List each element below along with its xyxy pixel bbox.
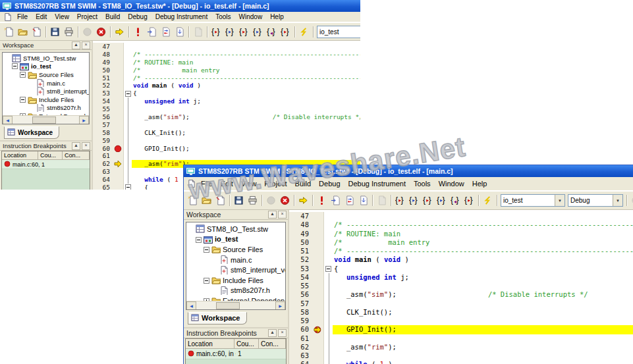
tree-item-stm8s207r-h[interactable]: stm8s207r.h <box>188 286 285 296</box>
gutter-marker[interactable] <box>312 221 324 229</box>
code-line[interactable]: 48/* -----------------------------------… <box>93 51 360 59</box>
code-line[interactable]: 63 <box>289 351 633 360</box>
code-text[interactable]: /* ROUTINE: main <box>333 230 633 238</box>
gutter-marker[interactable] <box>113 82 124 90</box>
code-text[interactable]: unsigned int j; <box>333 273 633 282</box>
gutter-marker[interactable] <box>113 129 124 137</box>
chip-reset-icon[interactable] <box>481 194 495 207</box>
close-document-icon[interactable] <box>30 25 43 38</box>
code-text[interactable] <box>132 121 360 129</box>
code-text[interactable]: void main ( void ) <box>333 255 633 264</box>
menu-edit[interactable]: Edit <box>217 180 237 188</box>
breakpoint-current-icon[interactable] <box>312 325 324 334</box>
code-text[interactable]: GPIO_Init(); <box>333 325 633 334</box>
gutter-marker[interactable] <box>113 152 124 160</box>
gutter-marker[interactable] <box>113 137 124 145</box>
debug-stop-icon[interactable] <box>94 25 108 38</box>
fold-collapse-icon[interactable] <box>324 265 333 273</box>
build-icon[interactable] <box>315 194 329 207</box>
current-statement-icon[interactable] <box>113 160 124 168</box>
code-line[interactable]: 50/* main entry <box>93 66 360 74</box>
title-bar[interactable]: STM8S207RB STM SWIM - STM8_IO_Test.stw* … <box>0 0 360 12</box>
code-line[interactable]: 57 <box>93 121 360 129</box>
gutter-marker[interactable] <box>312 299 324 308</box>
horizontal-scrollbar[interactable]: ◀ ▶ <box>3 115 89 124</box>
print-icon[interactable] <box>246 194 260 207</box>
column-header-condition[interactable]: Con... <box>63 151 90 160</box>
code-line[interactable]: 48/* -----------------------------------… <box>289 221 633 229</box>
gutter-marker[interactable] <box>113 121 124 129</box>
new-file-icon[interactable] <box>2 25 16 38</box>
gutter-marker[interactable] <box>312 343 324 351</box>
chevron-down-icon[interactable]: ▼ <box>555 195 564 206</box>
scroll-left-icon[interactable]: ◀ <box>3 116 13 124</box>
open-file-icon[interactable] <box>200 194 213 207</box>
tree-item-stm8-interrupt-ve[interactable]: stm8_interrupt_ve <box>188 265 285 275</box>
open-file-icon[interactable] <box>16 25 30 38</box>
title-bar[interactable]: STM8S207RB STM SWIM - STM8_IO_Test.stw* … <box>184 165 633 177</box>
collapse-icon[interactable] <box>20 72 26 78</box>
code-text[interactable]: while ( 1 ) <box>333 360 633 364</box>
compile-icon[interactable] <box>145 25 159 38</box>
code-text[interactable] <box>333 282 633 290</box>
ide-window-front[interactable]: STM8S207RB STM SWIM - STM8_IO_Test.stw* … <box>183 165 633 364</box>
panel-close-button[interactable]: × <box>82 41 90 49</box>
continue-icon[interactable] <box>113 25 126 38</box>
column-header-count[interactable]: Cou... <box>234 339 259 349</box>
code-text[interactable] <box>132 137 360 145</box>
step-over-icon[interactable]: {} <box>223 25 237 38</box>
project-combo[interactable]: io_test▼ <box>317 26 360 38</box>
gutter-marker[interactable] <box>113 90 124 97</box>
gutter-marker[interactable] <box>113 184 124 190</box>
code-text[interactable] <box>333 317 633 325</box>
menu-debug-instrument[interactable]: Debug Instrument <box>151 13 212 20</box>
code-text[interactable] <box>333 212 633 221</box>
code-text[interactable] <box>132 43 360 51</box>
menu-build[interactable]: Build <box>291 180 315 188</box>
tree-item-stm8-interrupt-ve[interactable]: stm8_interrupt_ve <box>4 87 89 95</box>
step-into-asm-icon[interactable]: {} <box>421 194 435 207</box>
gutter-marker[interactable] <box>113 74 124 82</box>
tree-item-stm8-io-test-stw[interactable]: STM8_IO_Test.stw <box>4 54 89 63</box>
horizontal-scrollbar[interactable]: ◀ ▶ <box>186 301 285 309</box>
code-line[interactable]: 57 <box>289 299 633 308</box>
gutter-marker[interactable] <box>113 43 124 51</box>
rebuild-all-icon[interactable] <box>159 25 173 38</box>
code-text[interactable] <box>132 105 360 113</box>
gutter-marker[interactable] <box>113 51 124 59</box>
save-icon[interactable] <box>48 25 62 38</box>
column-header-condition[interactable]: Con... <box>259 339 286 349</box>
menu-debug[interactable]: Debug <box>315 180 344 188</box>
code-text[interactable]: /* main entry <box>132 66 360 74</box>
menu-tools[interactable]: Tools <box>410 180 435 188</box>
menu-build[interactable]: Build <box>101 13 124 20</box>
collapse-icon[interactable] <box>12 63 18 69</box>
step-over-asm-icon[interactable]: {} <box>251 25 265 38</box>
code-text[interactable]: /* -------------------------------------… <box>333 247 633 255</box>
code-text[interactable]: CLK_Init(); <box>132 129 360 137</box>
code-line[interactable]: 60 GPIO_Init(); <box>93 145 360 153</box>
code-line[interactable]: 61 <box>93 152 360 160</box>
collapse-icon[interactable] <box>204 277 209 283</box>
menu-file[interactable]: File <box>197 180 217 188</box>
code-text[interactable]: _asm("rim"); <box>333 343 633 351</box>
code-line[interactable]: 51/* -----------------------------------… <box>289 247 633 255</box>
code-line[interactable]: 47 <box>289 212 633 221</box>
tree-item-main-c[interactable]: main.c <box>188 255 285 265</box>
code-text[interactable]: /* main entry <box>333 238 633 247</box>
scroll-thumb[interactable] <box>32 117 56 124</box>
column-header-location[interactable]: Location <box>2 151 38 160</box>
menu-view[interactable]: View <box>51 13 73 20</box>
code-line[interactable]: 59 <box>93 137 360 145</box>
gutter-marker[interactable] <box>312 317 324 325</box>
tree-item-main-c[interactable]: main.c <box>4 79 89 88</box>
stop-build-icon[interactable] <box>173 25 186 38</box>
column-header-count[interactable]: Cou... <box>38 151 63 160</box>
compile-icon[interactable] <box>329 194 343 207</box>
step-into-icon[interactable]: {} <box>393 194 407 207</box>
code-line[interactable]: 55 <box>93 105 360 113</box>
panel-close-button[interactable]: × <box>82 142 90 150</box>
code-text[interactable]: CLK_Init(); <box>333 308 633 317</box>
gutter-marker[interactable] <box>312 334 324 343</box>
code-text[interactable]: /* ROUTINE: main <box>132 59 360 66</box>
